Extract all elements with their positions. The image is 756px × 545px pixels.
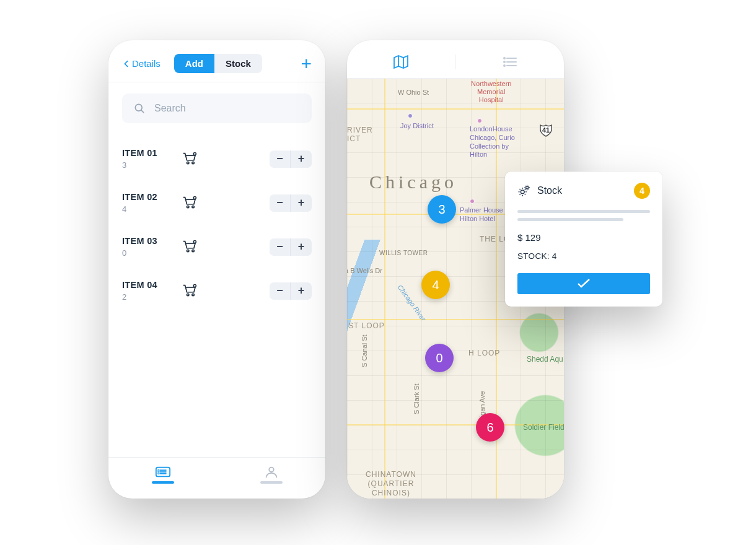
svg-point-28	[521, 190, 524, 194]
back-button[interactable]: Details	[122, 58, 160, 69]
increment-button[interactable]: +	[291, 282, 312, 300]
tabbar	[108, 457, 325, 499]
svg-point-6	[192, 206, 194, 207]
item-name: ITEM 01	[122, 148, 179, 158]
poi-dot	[477, 118, 482, 123]
back-label: Details	[132, 58, 160, 69]
list-item: ITEM 03 0 − +	[122, 225, 312, 269]
item-qty: 4	[122, 204, 179, 214]
svg-point-3	[192, 162, 194, 164]
increment-button[interactable]: +	[291, 150, 312, 168]
cart-icon	[182, 282, 198, 300]
quantity-stepper: − +	[270, 150, 312, 168]
list-item: ITEM 04 2 − +	[122, 269, 312, 313]
svg-point-18	[158, 470, 159, 471]
quantity-stepper: − +	[270, 238, 312, 256]
map-pin[interactable]: 3	[428, 195, 456, 224]
item-qty: 0	[122, 248, 179, 258]
item-name: ITEM 03	[122, 236, 179, 246]
search-input[interactable]: Search	[122, 94, 312, 123]
list-item: ITEM 01 3 − +	[122, 137, 312, 181]
svg-point-8	[187, 250, 189, 251]
popup-title: Stock	[537, 185, 562, 196]
tab-profile[interactable]	[260, 465, 283, 484]
svg-point-12	[192, 294, 194, 295]
street-label: W Ohio St	[398, 89, 429, 96]
add-button[interactable]: +	[301, 54, 312, 73]
poi-label: Palmer House Hilton Hotel	[460, 206, 503, 224]
tab-map[interactable]	[347, 54, 456, 69]
profile-icon	[263, 465, 279, 479]
svg-point-11	[187, 294, 189, 295]
svg-point-29	[526, 186, 529, 189]
skeleton-lines	[517, 210, 650, 221]
svg-point-5	[187, 206, 189, 207]
popup-header: Stock 4	[517, 183, 650, 199]
decrement-button[interactable]: −	[270, 238, 291, 256]
item-qty: 2	[122, 292, 179, 302]
search-placeholder: Search	[154, 103, 186, 114]
price-label: $ 129	[517, 232, 650, 243]
item-info: ITEM 04 2	[122, 280, 179, 302]
confirm-button[interactable]	[517, 273, 650, 294]
decrement-button[interactable]: −	[270, 150, 291, 168]
svg-point-19	[158, 472, 159, 473]
poi-label: LondonHouse Chicago, Curio Collection by…	[470, 125, 515, 159]
list-item: ITEM 02 4 − +	[122, 181, 312, 225]
map-pin[interactable]: 0	[425, 344, 454, 372]
map-topbar	[347, 40, 564, 79]
items-list: ITEM 01 3 − + ITEM 02 4	[108, 129, 325, 457]
quantity-stepper: − +	[270, 194, 312, 212]
stock-label: STOCK: 4	[517, 251, 650, 261]
street-label: a B Wells Dr	[347, 267, 382, 274]
tab-indicator	[260, 481, 283, 484]
city-label: Chicago	[369, 172, 457, 193]
svg-line-1	[141, 110, 144, 113]
item-info: ITEM 03 0	[122, 236, 179, 258]
item-qty: 3	[122, 160, 179, 170]
poi-label: Shedd Aqu	[527, 355, 563, 364]
street-label: S Canal St	[361, 334, 368, 367]
highway-shield: 41	[539, 123, 553, 137]
svg-point-9	[192, 250, 194, 251]
inventory-phone: Details Add Stock + Search ITEM 01 3	[108, 40, 325, 499]
svg-point-25	[504, 58, 505, 59]
svg-point-27	[504, 65, 505, 66]
poi-dot	[408, 113, 413, 118]
poi-label: Soldier Field	[523, 423, 564, 432]
segment-add[interactable]: Add	[174, 54, 214, 73]
svg-point-2	[187, 162, 189, 164]
popup-badge: 4	[634, 183, 650, 199]
item-name: ITEM 02	[122, 192, 179, 202]
quantity-stepper: − +	[270, 282, 312, 300]
street-label: S Clark St	[413, 383, 420, 414]
increment-button[interactable]: +	[291, 238, 312, 256]
item-name: ITEM 04	[122, 280, 179, 290]
tab-list[interactable]	[152, 465, 174, 484]
decrement-button[interactable]: −	[270, 282, 291, 300]
poi-label: Joy District	[400, 122, 434, 131]
check-icon	[576, 278, 591, 289]
list-icon	[155, 465, 171, 479]
svg-point-20	[158, 473, 159, 474]
cart-icon	[182, 238, 198, 256]
poi-dot	[470, 199, 475, 204]
poi-label: Northwestern Memorial Hospital	[471, 80, 511, 105]
cart-icon	[182, 194, 198, 212]
svg-point-26	[504, 61, 505, 63]
segmented-control: Add Stock	[174, 54, 262, 73]
item-info: ITEM 01 3	[122, 148, 179, 170]
item-info: ITEM 02 4	[122, 192, 179, 214]
map-pin[interactable]: 4	[421, 271, 450, 299]
map-icon	[392, 54, 410, 69]
map-pin[interactable]: 6	[476, 413, 504, 442]
chevron-left-icon	[122, 59, 131, 68]
tab-list-view[interactable]	[456, 54, 565, 69]
decrement-button[interactable]: −	[270, 194, 291, 212]
district-label: H LOOP	[468, 349, 500, 357]
svg-point-21	[269, 468, 273, 472]
district-label: CHINATOWN (QUARTIER CHINOIS)	[366, 470, 416, 498]
gear-icon	[517, 184, 531, 198]
segment-stock[interactable]: Stock	[214, 54, 262, 73]
increment-button[interactable]: +	[291, 194, 312, 212]
